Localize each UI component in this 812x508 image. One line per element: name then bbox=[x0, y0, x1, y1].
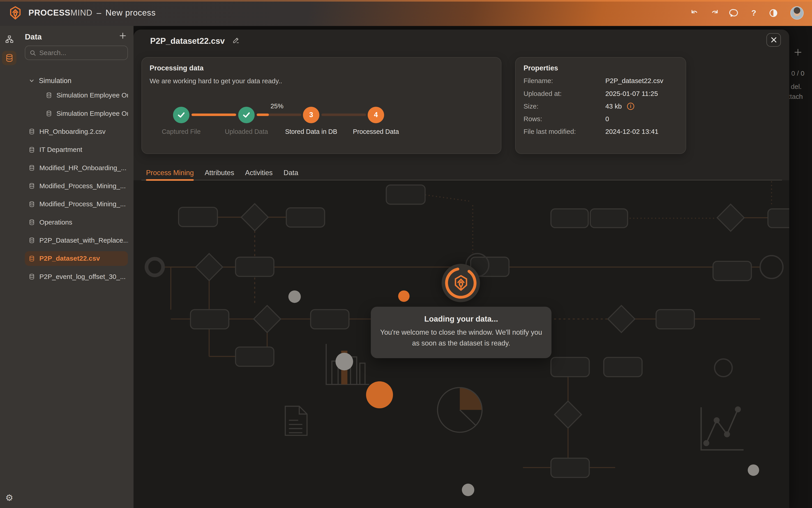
sidebar-item-dataset[interactable]: Simulation Employee Onb... bbox=[25, 88, 128, 102]
tree-group-label: Simulation bbox=[39, 77, 72, 85]
background-panel-strip: 0 / 0 del. ttach bbox=[789, 26, 812, 508]
sidebar-item-dataset[interactable]: P2P_Dataset_with_Replace... bbox=[25, 233, 128, 248]
add-dataset-button[interactable] bbox=[119, 32, 127, 42]
settings-gear-icon[interactable]: ⚙ bbox=[0, 493, 19, 503]
database-icon bbox=[29, 146, 35, 153]
database-icon bbox=[5, 53, 14, 62]
title-separator: – bbox=[96, 8, 101, 17]
step-circle-captured bbox=[173, 107, 189, 123]
cut-label: ttach bbox=[789, 93, 803, 100]
processing-card: Processing data We are working hard to g… bbox=[141, 57, 501, 154]
processing-subtitle: We are working hard to get your data rea… bbox=[149, 77, 282, 85]
edit-pencil-icon[interactable] bbox=[232, 36, 240, 46]
processing-title: Processing data bbox=[149, 64, 204, 72]
step-circle-uploaded bbox=[238, 107, 255, 123]
plus-icon[interactable] bbox=[793, 48, 803, 59]
database-icon bbox=[29, 128, 35, 135]
brand-logo-icon bbox=[453, 274, 469, 291]
pie-chart-doodle bbox=[438, 387, 482, 432]
sidebar-title: Data bbox=[25, 33, 119, 41]
rail-item-process-model[interactable] bbox=[2, 32, 16, 46]
page-title: New process bbox=[105, 8, 155, 17]
step-connector-pending bbox=[321, 114, 366, 116]
user-avatar[interactable] bbox=[791, 6, 804, 20]
sidebar-item-dataset[interactable]: Modified_Process_Mining_... bbox=[25, 197, 128, 211]
flowchart-icon bbox=[5, 35, 14, 44]
counter-label: 0 / 0 bbox=[791, 70, 804, 77]
undo-icon[interactable] bbox=[690, 8, 700, 18]
process-mining-preview: Loading your data... You're welcome to c… bbox=[134, 180, 789, 508]
help-icon[interactable]: ? bbox=[749, 8, 759, 18]
database-icon bbox=[46, 92, 52, 99]
step-label: Captured File bbox=[145, 128, 217, 135]
step-connector-progress bbox=[257, 114, 301, 116]
search-field bbox=[25, 46, 128, 60]
close-button[interactable] bbox=[766, 33, 781, 47]
redo-icon[interactable] bbox=[710, 8, 720, 18]
contrast-icon[interactable] bbox=[768, 8, 778, 18]
step-label: Processed Data bbox=[340, 128, 412, 135]
database-icon bbox=[29, 273, 35, 280]
document-doodle bbox=[285, 406, 307, 435]
step-label: Stored Data in DB bbox=[275, 128, 347, 135]
line-chart-doodle bbox=[701, 407, 743, 450]
property-row: Uploaded at: 2025-01-07 11:25 bbox=[524, 87, 678, 100]
database-icon bbox=[29, 165, 35, 171]
database-icon bbox=[29, 182, 35, 189]
property-row: Size: 43 kb i bbox=[524, 100, 678, 113]
step-circle-processed: 4 bbox=[368, 107, 384, 123]
database-icon bbox=[29, 219, 35, 226]
dataset-modal: P2P_dataset22.csv Processing data We are… bbox=[134, 30, 789, 508]
properties-card: Properties Filename: P2P_dataset22.csv U… bbox=[515, 57, 686, 154]
step-label: Uploaded Data bbox=[210, 128, 283, 135]
database-icon bbox=[46, 110, 52, 117]
progress-percent: 25% bbox=[261, 102, 292, 110]
property-row: Rows: 0 bbox=[524, 113, 678, 125]
database-icon bbox=[29, 201, 35, 208]
sidebar-item-dataset[interactable]: P2P_event_log_offset_30_... bbox=[25, 269, 128, 284]
search-input[interactable] bbox=[25, 46, 127, 59]
tree-group-simulation[interactable]: Simulation bbox=[19, 74, 134, 88]
sidebar-item-dataset[interactable]: Modified_HR_Onboarding_... bbox=[25, 161, 128, 175]
info-icon[interactable]: i bbox=[627, 103, 634, 110]
step-connector-done bbox=[191, 114, 236, 116]
chevron-down-icon bbox=[29, 78, 34, 84]
close-icon bbox=[771, 37, 777, 43]
property-row: Filename: P2P_dataset22.csv bbox=[524, 75, 678, 87]
data-sidebar: Data Simulation Simulation Employee Onb.… bbox=[19, 26, 134, 508]
check-icon bbox=[242, 111, 251, 119]
tab-activities[interactable]: Activities bbox=[245, 165, 273, 180]
rail-item-data[interactable] bbox=[2, 51, 16, 65]
brand-bold: PROCESS bbox=[29, 8, 71, 17]
app-title: PROCESSMIND–New process bbox=[29, 8, 155, 17]
sidebar-item-dataset-selected[interactable]: P2P_dataset22.csv bbox=[25, 251, 128, 266]
loading-spinner bbox=[442, 264, 480, 302]
check-icon bbox=[177, 111, 186, 119]
loading-body: You're welcome to close the window. We'l… bbox=[379, 327, 543, 349]
loading-tooltip: Loading your data... You're welcome to c… bbox=[371, 307, 551, 358]
tab-data[interactable]: Data bbox=[283, 165, 298, 180]
sidebar-item-dataset[interactable]: Operations bbox=[25, 215, 128, 229]
chat-icon[interactable] bbox=[729, 8, 739, 18]
icon-rail: ⚙ bbox=[0, 26, 19, 508]
loading-title: Loading your data... bbox=[371, 314, 551, 324]
database-icon bbox=[29, 255, 35, 262]
modal-tabs: Process Mining Attributes Activities Dat… bbox=[146, 165, 298, 180]
step-circle-stored: 3 bbox=[303, 107, 319, 123]
brand-light: MIND bbox=[71, 8, 92, 17]
sidebar-item-dataset[interactable]: Modified_Process_Mining_... bbox=[25, 179, 128, 193]
sidebar-item-dataset[interactable]: HR_Onboarding.2.csv bbox=[25, 124, 128, 139]
cut-label: del. bbox=[791, 83, 802, 90]
app-window: PROCESSMIND–New process ? ⚙ bbox=[0, 0, 812, 508]
search-icon bbox=[30, 50, 36, 56]
brand-logo-icon bbox=[8, 6, 22, 20]
tab-attributes[interactable]: Attributes bbox=[205, 165, 234, 180]
sidebar-item-dataset[interactable]: IT Department bbox=[25, 142, 128, 157]
top-bar: PROCESSMIND–New process ? bbox=[0, 0, 812, 26]
sidebar-item-dataset[interactable]: Simulation Employee Onb... bbox=[25, 106, 128, 121]
properties-title: Properties bbox=[524, 64, 558, 72]
main-area: 0 / 0 del. ttach P2P_dataset22.csv Proce… bbox=[134, 26, 812, 508]
property-row: File last modified: 2024-12-02 13:41 bbox=[524, 125, 678, 138]
database-icon bbox=[29, 237, 35, 244]
tab-process-mining[interactable]: Process Mining bbox=[146, 165, 194, 180]
